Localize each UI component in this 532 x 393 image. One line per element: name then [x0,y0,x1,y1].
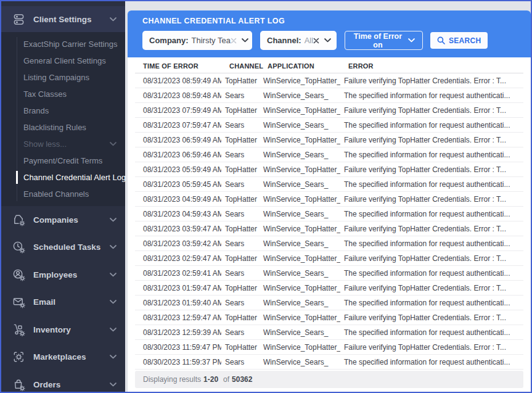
company-filter-value: Thirsty Tea [192,36,231,45]
sidebar-subitem-label: General Client Settings [23,56,106,65]
cell-error: The specified information for request au… [340,88,523,103]
table-row: 08/30/2023 11:59:37 PMSearsWinService_Se… [135,355,523,370]
cell-channel: TopHatter [221,133,260,147]
sidebar-subitem-channel-credential-alert-log[interactable]: Channel Credential Alert Log [1,169,125,186]
cell-time-of-error: 08/31/2023 03:59:42 AM [135,236,221,251]
sidebar-item-marketplaces[interactable]: Marketplaces [1,344,125,371]
sidebar-subitem-blacklisting-rules[interactable]: Blacklisting Rules [1,119,125,136]
table-row: 08/31/2023 02:59:47 AMTopHatterWinServic… [135,251,523,266]
results-summary: Displaying results 1-20 of 50362 [135,371,523,388]
table-row: 08/31/2023 03:59:42 AMSearsWinService_Se… [135,236,523,251]
sidebar-item-scheduled-tasks[interactable]: Scheduled Tasks [1,234,125,262]
table-row: 08/31/2023 03:59:47 AMTopHatterWinServic… [135,221,523,236]
cell-error: Failure verifying TopHatter Credentials.… [340,103,523,118]
company-filter-label: Company: [149,36,189,45]
cell-channel: Sears [221,88,260,103]
cell-error: The specified information for request au… [340,266,523,281]
sidebar-subitem-label: Show less... [23,139,67,149]
time-of-error-dropdown[interactable]: Time of Error on [345,31,423,50]
sidebar-item-email[interactable]: Email [1,289,125,316]
chevron-down-icon [110,218,117,222]
cell-channel: Sears [221,355,260,370]
sidebar-item-label: Marketplaces [33,352,86,362]
cell-application: WinService_Sears_ [260,325,340,340]
column-header-error: ERROR [340,59,523,73]
chevron-down-icon [110,245,117,249]
sidebar-subitem-general-client-settings[interactable]: General Client Settings [1,52,125,69]
table-row: 08/30/2023 11:59:47 PMTopHatterWinServic… [135,340,523,355]
chevron-down-icon[interactable] [242,38,248,43]
alert-log-card: CHANNEL CREDENTIAL ALERT LOG Company: Th… [128,10,531,393]
sidebar-subitem-listing-campaigns[interactable]: Listing Campaigns [1,69,125,86]
cell-application: WinService_Sears_ [260,236,340,251]
chevron-down-icon[interactable] [324,38,331,43]
sidebar-item-companies[interactable]: Companies [1,206,125,234]
table-row: 08/31/2023 04:59:49 AMTopHatterWinServic… [135,192,523,207]
sidebar-subitem-tax-classes[interactable]: Tax Classes [1,86,125,102]
cell-application: WinService_TopHatter_ [260,133,340,147]
chevron-down-icon [110,300,117,304]
sidebar-item-orders[interactable]: Orders [1,371,125,392]
sidebar-item-client-settings[interactable]: Client Settings [1,6,125,32]
channel-filter-label: Channel: [267,36,301,45]
cell-time-of-error: 08/31/2023 12:59:47 AM [135,310,221,325]
chevron-down-icon [408,38,415,43]
sidebar-subitem-label: Tax Classes [23,89,67,99]
channel-filter-value: All [305,36,313,45]
chevron-down-icon [110,355,117,359]
cell-application: WinService_TopHatter_ [260,310,340,325]
sidebar-subitem-label: Blacklisting Rules [23,123,86,132]
table-row: 08/31/2023 08:59:48 AMSearsWinService_Se… [135,88,523,103]
channel-filter[interactable]: Channel: All [260,31,337,50]
sidebar-subitem-payment-credit-terms[interactable]: Payment/Credit Terms [1,152,125,169]
sidebar-subitem-exactship-carrier-settings[interactable]: ExactShip Carrier Settings [1,36,125,52]
page-title: CHANNEL CREDENTIAL ALERT LOG [142,17,516,25]
cell-channel: TopHatter [221,162,260,177]
inventory-icon [11,322,26,337]
sidebar-subitem-label: Brands [23,106,49,115]
cell-application: WinService_Sears_ [260,355,340,370]
cell-error: The specified information for request au… [340,177,523,192]
table-row: 08/31/2023 01:59:47 AMTopHatterWinServic… [135,281,523,296]
close-icon[interactable] [231,38,237,44]
cell-application: WinService_Sears_ [260,207,340,221]
companies-icon [11,212,26,227]
cell-error: The specified information for request au… [340,236,523,251]
sidebar-subitem-brands[interactable]: Brands [1,102,125,119]
cell-time-of-error: 08/30/2023 11:59:47 PM [135,340,221,355]
column-header-application: APPLICATION [260,59,340,73]
chevron-down-icon [110,383,117,387]
sidebar-subitem-enabled-channels[interactable]: Enabled Channels [1,186,125,202]
column-header-time-of-error: TIME OF ERROR [135,59,221,73]
cell-channel: TopHatter [221,192,260,207]
cell-time-of-error: 08/31/2023 07:59:47 AM [135,118,221,133]
scheduled-tasks-icon [11,240,26,255]
sidebar-item-employees[interactable]: Employees [1,261,125,289]
sidebar-item-label: Scheduled Tasks [33,242,100,252]
cell-error: Failure verifying TopHatter Credentials.… [340,192,523,207]
cell-time-of-error: 08/31/2023 07:59:49 AM [135,103,221,118]
sidebar-subitem-label: Listing Campaigns [23,73,89,82]
search-button[interactable]: SEARCH [430,32,488,49]
table-row: 08/31/2023 06:59:49 AMTopHatterWinServic… [135,133,523,147]
cell-time-of-error: 08/31/2023 06:59:49 AM [135,133,221,147]
cell-error: The specified information for request au… [340,147,523,162]
time-of-error-label: Time of Error on [353,32,403,49]
cell-application: WinService_TopHatter_ [260,340,340,355]
alert-log-table: TIME OF ERRORCHANNELAPPLICATIONERROR 08/… [128,57,531,370]
cell-time-of-error: 08/31/2023 05:59:45 AM [135,177,221,192]
cell-error: Failure verifying TopHatter Credentials.… [340,133,523,147]
cell-time-of-error: 08/31/2023 03:59:47 AM [135,221,221,236]
cell-time-of-error: 08/31/2023 02:59:47 AM [135,251,221,266]
cell-channel: Sears [221,266,260,281]
search-button-label: SEARCH [449,36,481,45]
cell-error: The specified information for request au… [340,296,523,310]
sidebar-item-inventory[interactable]: Inventory [1,316,125,344]
results-summary-text: Displaying results [143,375,201,384]
results-range: 1-20 [203,375,218,384]
close-icon[interactable] [313,38,319,44]
company-filter[interactable]: Company: Thirsty Tea [142,31,252,50]
table-row: 08/31/2023 04:59:43 AMSearsWinService_Se… [135,207,523,221]
cell-application: WinService_TopHatter_ [260,162,340,177]
sidebar-subitem-show-less[interactable]: Show less... [1,136,125,152]
